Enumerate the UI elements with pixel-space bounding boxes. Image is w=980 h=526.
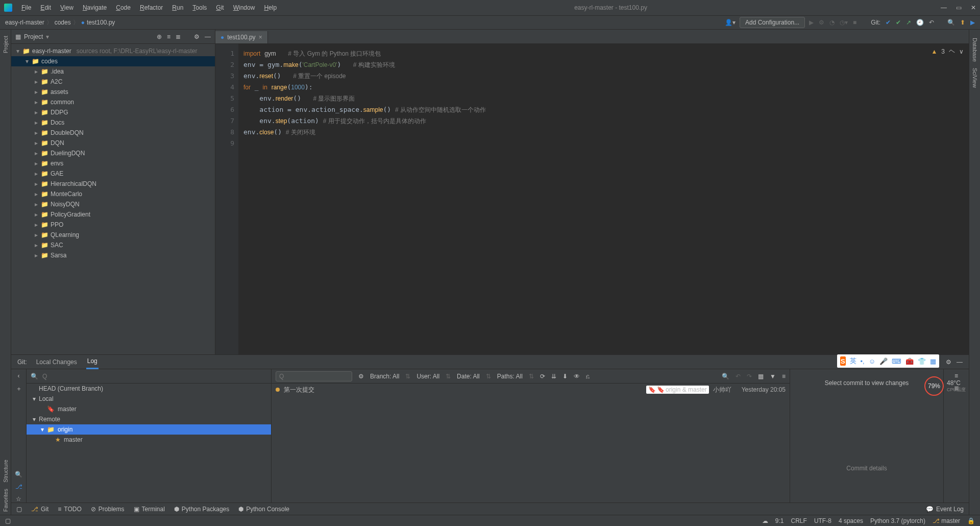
ide-update-icon[interactable]: ⬆ (960, 19, 965, 26)
expand-all-icon[interactable]: ≡ (167, 33, 170, 40)
sogou-icon[interactable]: S (840, 356, 846, 366)
breadcrumb[interactable]: easy-rl-master〉codes〉● test100.py (5, 18, 115, 27)
ime-grid-icon[interactable]: ▦ (930, 357, 936, 365)
branch-search-input[interactable] (42, 373, 267, 380)
git-revert-icon[interactable]: ↶ (929, 19, 934, 26)
filter-icon[interactable]: ▼ (770, 373, 776, 380)
menu-window[interactable]: Window (229, 2, 259, 13)
filter-branch[interactable]: Branch: All (370, 373, 399, 380)
menu-tools[interactable]: Tools (188, 2, 211, 13)
ime-mic-icon[interactable]: 🎤 (879, 357, 888, 365)
cherry-pick-icon[interactable]: ⇊ (551, 373, 556, 380)
menu-code[interactable]: Code (112, 2, 135, 13)
project-tree[interactable]: ▾📁easy-rl-mastersources root, F:\DRL-Eas… (11, 44, 215, 354)
tree-item-ppo[interactable]: ▸📁PPO (11, 220, 215, 230)
collapse-all-icon[interactable]: ≣ (176, 33, 181, 40)
menu-refactor[interactable]: Refactor (136, 2, 167, 13)
tw-problems[interactable]: ⊘Problems (91, 506, 125, 513)
structure-tool-label[interactable]: Structure (3, 460, 9, 483)
tree-item-doubledqn[interactable]: ▸📁DoubleDQN (11, 128, 215, 138)
tw-square-icon[interactable]: ▢ (16, 506, 22, 513)
hide-panel-icon[interactable]: — (205, 33, 211, 40)
menu-view[interactable]: View (56, 2, 78, 13)
database-tool-label[interactable]: Database (972, 38, 978, 62)
eye-icon[interactable]: 👁 (574, 373, 580, 380)
local-master[interactable]: 🔖 master (27, 404, 271, 414)
star-icon[interactable]: ☆ (16, 495, 21, 503)
status-square-icon[interactable]: ▢ (5, 517, 11, 524)
tree-item-easy-rl-master[interactable]: ▾📁easy-rl-mastersources root, F:\DRL-Eas… (11, 46, 215, 56)
stop-icon[interactable]: ■ (853, 19, 856, 26)
tree-item-docs[interactable]: ▸📁Docs (11, 117, 215, 128)
tree-item-gae[interactable]: ▸📁GAE (11, 169, 215, 179)
git-history-icon[interactable]: 🕘 (916, 19, 924, 26)
ime-emoji-icon[interactable]: ☺ (869, 357, 875, 365)
tw-git[interactable]: ⎇Git (31, 506, 48, 513)
filter-date[interactable]: Date: All (457, 373, 480, 380)
commit-row[interactable]: 第一次提交 🔖🔖 origin & master 小帅吖 Yesterday 2… (272, 384, 790, 396)
group-icon[interactable]: ≡ (782, 373, 786, 380)
status-cloud-icon[interactable]: ☁ (762, 517, 768, 524)
origin-group[interactable]: ▾ 📁 origin (27, 424, 271, 435)
tree-item-codes[interactable]: ▾📁codes (11, 56, 215, 66)
tree-item-qlearning[interactable]: ▸📁QLearning (11, 230, 215, 240)
git-commit-icon[interactable]: ✔ (896, 19, 901, 26)
minimize-button[interactable]: — (941, 4, 947, 11)
branch-icon[interactable]: ⎇ (15, 483, 22, 490)
ime-lang[interactable]: 英 (850, 356, 856, 366)
menu-file[interactable]: File (17, 2, 35, 13)
project-view-title[interactable]: Project (24, 33, 43, 40)
panel-hide-icon[interactable]: — (957, 358, 963, 366)
panel-settings-icon[interactable]: ⚙ (946, 358, 951, 366)
find-icon[interactable]: 🔍 (15, 471, 22, 478)
add-icon[interactable]: ＋ (16, 385, 22, 393)
maximize-button[interactable]: ▭ (956, 4, 962, 11)
prev-highlight-icon[interactable]: ヘ (949, 47, 955, 56)
diff-icon[interactable]: ⎌ (586, 373, 590, 380)
menu-run[interactable]: Run (168, 2, 187, 13)
tab-local-changes[interactable]: Local Changes (35, 355, 78, 369)
status-interpreter[interactable]: Python 3.7 (pytorch) (870, 517, 925, 524)
refresh-icon[interactable]: ⟳ (540, 373, 545, 380)
add-configuration-button[interactable]: Add Configuration... (740, 17, 805, 28)
grid-icon[interactable]: ▦ (758, 373, 764, 380)
tree-item-envs[interactable]: ▸📁envs (11, 158, 215, 169)
close-tab-icon[interactable]: × (259, 34, 262, 41)
ime-toolbar[interactable]: S 英 •, ☺ 🎤 ⌨ 🧰 👕 ▦ (837, 354, 939, 368)
sciview-tool-label[interactable]: SciView (972, 68, 978, 88)
back-icon[interactable]: ‹ (18, 372, 20, 379)
filter-paths[interactable]: Paths: All (497, 373, 523, 380)
menu-navigate[interactable]: Navigate (79, 2, 111, 13)
search-icon[interactable]: 🔍 (947, 19, 955, 26)
push-icon[interactable]: ⬇ (562, 373, 568, 380)
git-push-icon[interactable]: ↗ (906, 19, 911, 26)
search2-icon[interactable]: 🔍 (722, 373, 729, 380)
favorites-tool-label[interactable]: Favorites (3, 489, 9, 512)
close-button[interactable]: ✕ (971, 4, 976, 11)
ime-keyboard-icon[interactable]: ⌨ (892, 357, 901, 365)
menu-help[interactable]: Help (260, 2, 281, 13)
chevron-down-icon[interactable]: ▾ (46, 33, 49, 40)
locate-icon[interactable]: ⊕ (157, 33, 162, 40)
tw-python-packages[interactable]: ⬢Python Packages (174, 506, 229, 513)
tree-item-policygradient[interactable]: ▸📁PolicyGradient (11, 209, 215, 220)
tree-item-sarsa[interactable]: ▸📁Sarsa (11, 250, 215, 260)
tree-item-duelingdqn[interactable]: ▸📁DuelingDQN (11, 148, 215, 158)
ime-skin-icon[interactable]: 👕 (918, 357, 926, 365)
user-icon[interactable]: 👤▾ (725, 19, 736, 26)
undo-icon[interactable]: ↶ (736, 373, 741, 380)
code-area[interactable]: import gym # 导入 Gym 的 Python 接口环境包 env =… (238, 44, 969, 354)
cpu-widget[interactable]: 79% 48°C CPU温度 (924, 376, 966, 396)
tree-item-common[interactable]: ▸📁common (11, 97, 215, 107)
status-encoding[interactable]: UTF-8 (814, 517, 831, 524)
tab-test100[interactable]: ● test100.py × (215, 31, 268, 43)
menu-git[interactable]: Git (212, 2, 228, 13)
next-highlight-icon[interactable]: ∨ (959, 48, 964, 55)
tree-item-assets[interactable]: ▸📁assets (11, 87, 215, 97)
ime-tool-icon[interactable]: 🧰 (905, 357, 914, 365)
status-lock-icon[interactable]: 🔒 (967, 517, 975, 524)
tw-event-log[interactable]: 💬Event Log (926, 506, 964, 513)
status-eol[interactable]: CRLF (791, 517, 807, 524)
debug-icon[interactable]: ⚙ (819, 19, 824, 26)
coverage-icon[interactable]: ◔ (829, 19, 835, 26)
